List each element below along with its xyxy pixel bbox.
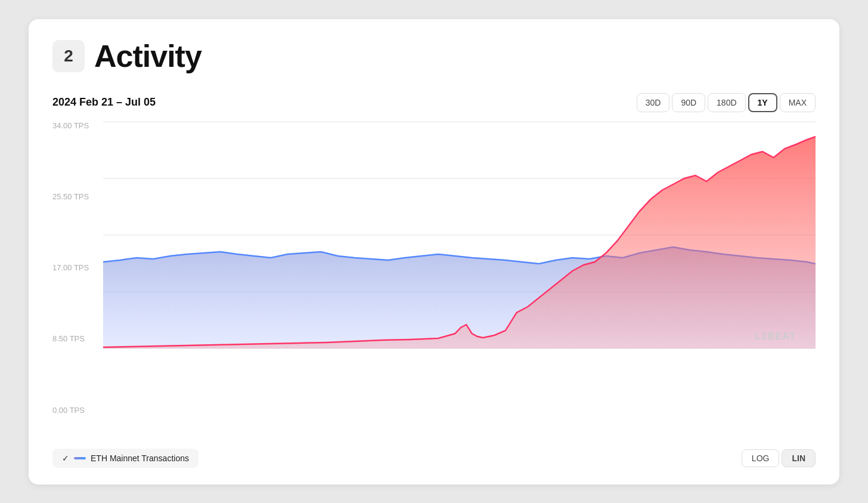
btn-30d[interactable]: 30D	[637, 93, 670, 112]
btn-1y[interactable]: 1Y	[748, 93, 777, 112]
y-label-0: 0.00 TPS	[52, 406, 100, 414]
footer-row: ✓ ETH Mainnet Transactions LOG LIN	[52, 449, 816, 468]
legend-label: ETH Mainnet Transactions	[91, 453, 189, 463]
section-title: Activity	[94, 38, 202, 74]
activity-card: 2 Activity 2024 Feb 21 – Jul 05 30D 90D …	[29, 19, 839, 485]
chart-svg: L2BEAT	[103, 122, 816, 348]
header-row: 2 Activity	[52, 38, 816, 74]
y-label-17: 17.00 TPS	[52, 264, 100, 271]
y-axis-labels: 34.00 TPS 25.50 TPS 17.00 TPS 8.50 TPS 0…	[52, 122, 100, 414]
section-number: 2	[52, 40, 85, 72]
y-label-8: 8.50 TPS	[52, 335, 100, 342]
y-label-34: 34.00 TPS	[52, 122, 100, 129]
date-range: 2024 Feb 21 – Jul 05	[52, 96, 156, 109]
y-label-25: 25.50 TPS	[52, 193, 100, 200]
chart-area: 34.00 TPS 25.50 TPS 17.00 TPS 8.50 TPS 0…	[52, 122, 816, 432]
scale-buttons: LOG LIN	[742, 449, 816, 467]
watermark-text: L2BEAT	[755, 331, 796, 341]
btn-90d[interactable]: 90D	[672, 93, 705, 112]
chart-wrapper: L2BEAT	[103, 122, 816, 348]
legend-item[interactable]: ✓ ETH Mainnet Transactions	[52, 449, 199, 468]
legend-check: ✓	[62, 453, 69, 463]
time-buttons: 30D 90D 180D 1Y MAX	[637, 93, 816, 112]
chart-controls-row: 2024 Feb 21 – Jul 05 30D 90D 180D 1Y MAX	[52, 93, 816, 112]
legend-color-box	[74, 457, 86, 459]
btn-lin[interactable]: LIN	[782, 449, 816, 467]
btn-max[interactable]: MAX	[780, 93, 816, 112]
btn-180d[interactable]: 180D	[708, 93, 745, 112]
btn-log[interactable]: LOG	[742, 449, 780, 467]
